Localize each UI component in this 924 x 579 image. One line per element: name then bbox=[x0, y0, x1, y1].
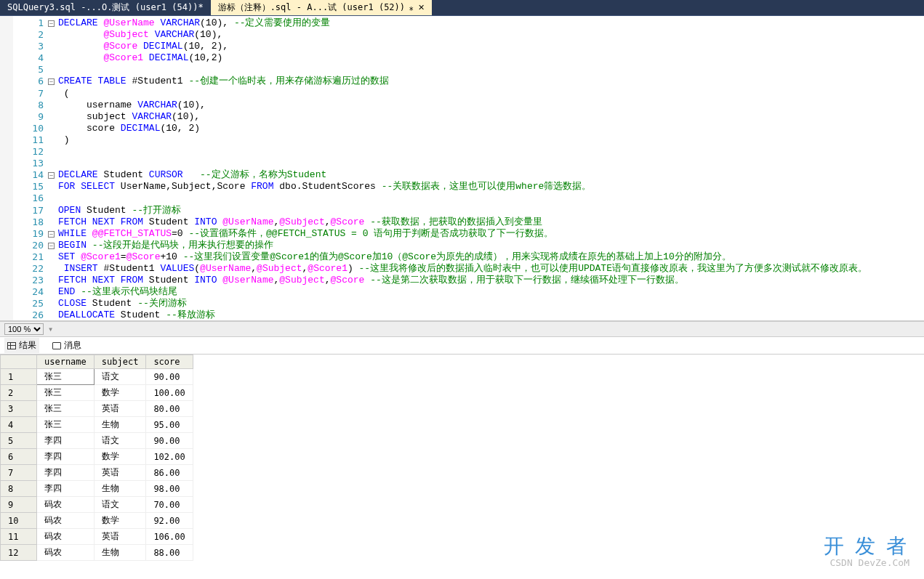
table-row[interactable]: 10码农数学92.00 bbox=[1, 513, 193, 529]
code-line[interactable]: SET @Score1=@Score+10 --这里我们设置变量@Score1的… bbox=[58, 251, 924, 263]
cell[interactable]: 数学 bbox=[94, 449, 146, 465]
code-line[interactable] bbox=[58, 64, 924, 76]
table-row[interactable]: 3张三英语80.00 bbox=[1, 401, 193, 417]
code-line[interactable]: FOR SELECT UserName,Subject,Score FROM d… bbox=[58, 181, 924, 193]
code-line[interactable] bbox=[58, 146, 924, 158]
table-row[interactable]: 4张三生物95.00 bbox=[1, 417, 193, 433]
cell[interactable]: 码农 bbox=[37, 513, 95, 529]
row-number[interactable]: 4 bbox=[1, 417, 37, 433]
cell[interactable]: 语文 bbox=[94, 433, 146, 449]
cell[interactable]: 张三 bbox=[37, 385, 95, 401]
cell[interactable]: 数学 bbox=[94, 513, 146, 529]
cell[interactable]: 数学 bbox=[94, 385, 146, 401]
code-line[interactable]: CREATE TABLE #Student1 --创建一个临时表，用来存储游标遍… bbox=[58, 76, 924, 87]
cell[interactable]: 张三 bbox=[37, 417, 95, 433]
code-line[interactable]: FETCH NEXT FROM Student INTO @UserName,@… bbox=[58, 216, 924, 228]
code-content[interactable]: DECLARE @UserName VARCHAR(10), --定义需要使用的… bbox=[58, 16, 924, 320]
cell[interactable]: 102.00 bbox=[146, 449, 193, 465]
cell[interactable]: 80.00 bbox=[146, 401, 193, 417]
cell[interactable]: 英语 bbox=[94, 529, 146, 545]
tab-results[interactable]: 结果 bbox=[4, 338, 39, 353]
cell[interactable]: 英语 bbox=[94, 401, 146, 417]
row-number[interactable]: 6 bbox=[1, 449, 37, 465]
cell[interactable]: 张三 bbox=[37, 369, 95, 385]
table-row[interactable]: 11码农英语106.00 bbox=[1, 529, 193, 545]
row-number[interactable]: 3 bbox=[1, 401, 37, 417]
code-line[interactable]: CLOSE Student --关闭游标 bbox=[58, 298, 924, 309]
table-row[interactable]: 7李四英语86.00 bbox=[1, 465, 193, 481]
close-icon[interactable]: ✕ bbox=[418, 3, 425, 12]
row-number[interactable]: 9 bbox=[1, 497, 37, 513]
row-number[interactable]: 7 bbox=[1, 465, 37, 481]
fold-toggle[interactable]: − bbox=[48, 243, 55, 249]
zoom-select[interactable]: 100 % bbox=[4, 323, 44, 335]
code-line[interactable]: DEALLOCATE Student --释放游标 bbox=[58, 309, 924, 320]
cell[interactable]: 98.00 bbox=[146, 481, 193, 497]
cell[interactable]: 李四 bbox=[37, 433, 95, 449]
cell[interactable]: 生物 bbox=[94, 481, 146, 497]
results-grid[interactable]: usernamesubjectscore1张三语文90.002张三数学100.0… bbox=[0, 355, 924, 565]
cell[interactable]: 码农 bbox=[37, 545, 95, 561]
table-row[interactable]: 8李四生物98.00 bbox=[1, 481, 193, 497]
table-row[interactable]: 1张三语文90.00 bbox=[1, 369, 193, 385]
row-number[interactable]: 11 bbox=[1, 529, 37, 545]
fold-toggle[interactable]: − bbox=[48, 20, 55, 27]
code-line[interactable] bbox=[58, 193, 924, 204]
fold-toggle[interactable]: − bbox=[48, 78, 55, 85]
fold-toggle[interactable]: − bbox=[48, 231, 55, 238]
code-line[interactable]: @Score1 DECIMAL(10,2) bbox=[58, 52, 924, 64]
tab-cursor-sql[interactable]: 游标（注释）.sql - A...试 (user1 (52)) ⁎ ✕ bbox=[211, 0, 432, 15]
code-line[interactable]: OPEN Student --打开游标 bbox=[58, 205, 924, 216]
pin-icon[interactable]: ⁎ bbox=[409, 3, 414, 12]
cell[interactable]: 李四 bbox=[37, 449, 95, 465]
code-line[interactable]: WHILE @@FETCH_STATUS=0 --设置循环条件，@@FETCH_… bbox=[58, 228, 924, 240]
code-line[interactable]: ( bbox=[58, 88, 924, 100]
cell[interactable]: 李四 bbox=[37, 481, 95, 497]
cell[interactable]: 70.00 bbox=[146, 497, 193, 513]
code-line[interactable]: @Score DECIMAL(10, 2), bbox=[58, 41, 924, 52]
code-line[interactable]: ) bbox=[58, 134, 924, 146]
cell[interactable]: 92.00 bbox=[146, 513, 193, 529]
code-line[interactable]: DECLARE Student CURSOR --定义游标，名称为Student bbox=[58, 169, 924, 181]
column-header[interactable]: username bbox=[37, 355, 95, 369]
cell[interactable]: 90.00 bbox=[146, 433, 193, 449]
row-number[interactable]: 2 bbox=[1, 385, 37, 401]
column-header[interactable]: subject bbox=[94, 355, 146, 369]
cell[interactable]: 100.00 bbox=[146, 385, 193, 401]
row-number[interactable]: 10 bbox=[1, 513, 37, 529]
row-number[interactable]: 8 bbox=[1, 481, 37, 497]
cell[interactable]: 生物 bbox=[94, 545, 146, 561]
row-number[interactable]: 1 bbox=[1, 369, 37, 385]
code-line[interactable]: INSERT #Student1 VALUES(@UserName,@Subje… bbox=[58, 263, 924, 275]
table-row[interactable]: 9码农语文70.00 bbox=[1, 497, 193, 513]
cell[interactable]: 86.00 bbox=[146, 465, 193, 481]
tab-messages[interactable]: 消息 bbox=[49, 338, 84, 353]
table-row[interactable]: 6李四数学102.00 bbox=[1, 449, 193, 465]
code-editor[interactable]: 1234567891011121314151617181920212223242… bbox=[0, 16, 924, 321]
table-row[interactable]: 2张三数学100.00 bbox=[1, 385, 193, 401]
table-row[interactable]: 5李四语文90.00 bbox=[1, 433, 193, 449]
column-header[interactable] bbox=[1, 355, 37, 369]
code-line[interactable]: END --这里表示代码块结尾 bbox=[58, 286, 924, 298]
table-row[interactable]: 12码农生物88.00 bbox=[1, 545, 193, 561]
code-line[interactable]: FETCH NEXT FROM Student INTO @UserName,@… bbox=[58, 275, 924, 286]
row-number[interactable]: 12 bbox=[1, 545, 37, 561]
cell[interactable]: 106.00 bbox=[146, 529, 193, 545]
cell[interactable]: 88.00 bbox=[146, 545, 193, 561]
cell[interactable]: 语文 bbox=[94, 369, 146, 385]
code-line[interactable]: @Subject VARCHAR(10), bbox=[58, 29, 924, 41]
code-line[interactable]: username VARCHAR(10), bbox=[58, 100, 924, 111]
fold-toggle[interactable]: − bbox=[48, 172, 55, 179]
code-line[interactable]: subject VARCHAR(10), bbox=[58, 111, 924, 123]
cell[interactable]: 李四 bbox=[37, 465, 95, 481]
cell[interactable]: 95.00 bbox=[146, 417, 193, 433]
row-number[interactable]: 5 bbox=[1, 433, 37, 449]
cell[interactable]: 码农 bbox=[37, 497, 95, 513]
cell[interactable]: 90.00 bbox=[146, 369, 193, 385]
code-line[interactable]: score DECIMAL(10, 2) bbox=[58, 123, 924, 134]
cell[interactable]: 生物 bbox=[94, 417, 146, 433]
code-line[interactable]: DECLARE @UserName VARCHAR(10), --定义需要使用的… bbox=[58, 17, 924, 29]
cell[interactable]: 码农 bbox=[37, 529, 95, 545]
code-line[interactable]: BEGIN --这段开始是代码块，用来执行想要的操作 bbox=[58, 240, 924, 251]
cell[interactable]: 英语 bbox=[94, 465, 146, 481]
